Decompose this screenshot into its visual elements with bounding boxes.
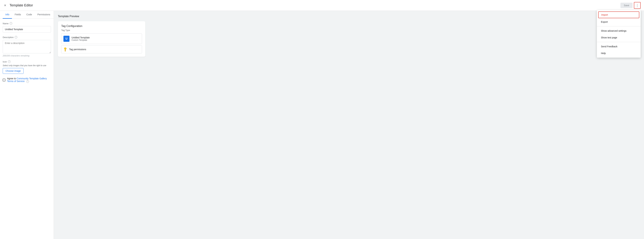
dropdown-item-import[interactable]: Import	[598, 12, 639, 18]
main-layout: Info Fields Code Permissions Tests Name …	[0, 11, 644, 239]
agree-help-icon[interactable]: ?	[26, 80, 29, 83]
tab-code[interactable]: Code	[24, 11, 35, 19]
agree-checkbox[interactable]	[3, 79, 6, 81]
agree-text: Agree to Community Template Gallery Term…	[7, 77, 51, 83]
tag-config-title: Tag Configuration	[61, 25, 142, 28]
tag-type-label: Tag Type	[61, 29, 142, 32]
tag-icon-square: U	[64, 36, 70, 42]
tag-type-name: Untitled Template	[72, 36, 90, 39]
dropdown-divider-1	[597, 26, 641, 27]
description-input[interactable]	[3, 40, 51, 53]
description-label: Description ?	[3, 36, 51, 39]
name-field-group: Name ?	[3, 22, 51, 33]
icon-help-icon[interactable]: ?	[8, 60, 10, 63]
icon-field-group: Icon ? Select only images that you have …	[3, 60, 51, 74]
dropdown-item-testpage[interactable]: Show test page	[597, 34, 641, 41]
key-icon: 🔑	[62, 47, 68, 52]
more-options-button[interactable]: ⋮	[634, 2, 641, 9]
tag-config-card: Tag Configuration Tag Type U Untitled Te…	[58, 21, 145, 57]
close-button[interactable]: ×	[3, 3, 7, 8]
dropdown-item-feedback[interactable]: Send Feedback	[597, 43, 641, 50]
agree-row: Agree to Community Template Gallery Term…	[3, 77, 51, 83]
dropdown-menu: Import Export Show advanced settings Sho…	[597, 10, 641, 58]
tab-info[interactable]: Info	[3, 11, 12, 19]
right-panel: Template Preview Tag Configuration Tag T…	[54, 11, 644, 239]
icon-subtext: Select only images that you have the rig…	[3, 64, 51, 67]
form-content: Name ? Description ? 200/200 characters …	[0, 19, 54, 86]
header: × Template Editor Save ⋮ Import Export S…	[0, 0, 644, 11]
header-left: × Template Editor	[3, 3, 33, 8]
left-panel: Info Fields Code Permissions Tests Name …	[0, 11, 54, 239]
tabs-bar: Info Fields Code Permissions Tests	[0, 11, 54, 19]
tab-permissions[interactable]: Permissions	[35, 11, 53, 19]
page-title: Template Editor	[10, 3, 33, 7]
choose-image-button[interactable]: Choose image	[3, 68, 24, 74]
dropdown-item-advanced[interactable]: Show advanced settings	[597, 28, 641, 34]
dropdown-item-help[interactable]: Help	[597, 50, 641, 57]
name-label: Name ?	[3, 22, 51, 25]
tag-permissions-item[interactable]: 🔑 Tag permissions	[61, 45, 142, 53]
tag-permissions-label: Tag permissions	[69, 48, 86, 51]
name-input[interactable]	[3, 26, 51, 33]
tab-fields[interactable]: Fields	[12, 11, 24, 19]
preview-title: Template Preview	[58, 15, 640, 18]
name-help-icon[interactable]: ?	[10, 22, 12, 25]
tag-type-item[interactable]: U Untitled Template Custom Template	[61, 34, 142, 44]
tag-type-sub: Custom Template	[72, 39, 90, 41]
save-button[interactable]: Save	[620, 3, 632, 8]
header-right: Save ⋮ Import Export Show advanced setti…	[620, 2, 641, 9]
icon-label: Icon ?	[3, 60, 51, 63]
description-help-icon[interactable]: ?	[15, 36, 17, 39]
dropdown-item-export[interactable]: Export	[597, 19, 641, 25]
description-field-group: Description ? 200/200 characters remaini…	[3, 36, 51, 57]
tag-type-info: Untitled Template Custom Template	[72, 36, 90, 41]
char-count: 200/200 characters remaining	[3, 55, 51, 57]
